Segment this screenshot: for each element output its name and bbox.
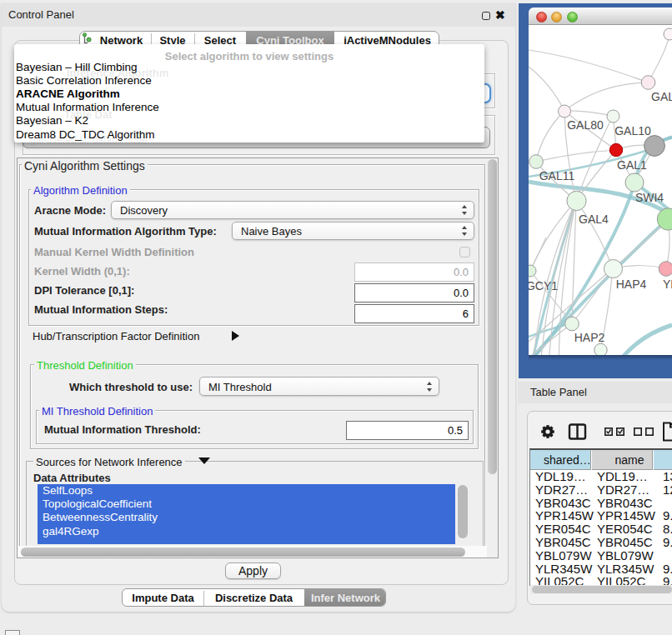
svg-text:SWI4: SWI4 — [635, 191, 664, 204]
svg-text:GAL11: GAL11 — [539, 169, 575, 182]
svg-text:GAL10: GAL10 — [614, 124, 651, 138]
svg-text:GCY1: GCY1 — [529, 279, 558, 292]
svg-text:HAP4: HAP4 — [616, 278, 647, 291]
svg-text:YEL: YEL — [663, 278, 672, 291]
svg-text:GAL1: GAL1 — [617, 158, 647, 172]
svg-text:GAL80: GAL80 — [567, 118, 604, 132]
svg-text:GAL4: GAL4 — [579, 212, 609, 226]
svg-text:GAL2: GAL2 — [651, 90, 672, 103]
svg-text:HAP2: HAP2 — [574, 331, 605, 344]
